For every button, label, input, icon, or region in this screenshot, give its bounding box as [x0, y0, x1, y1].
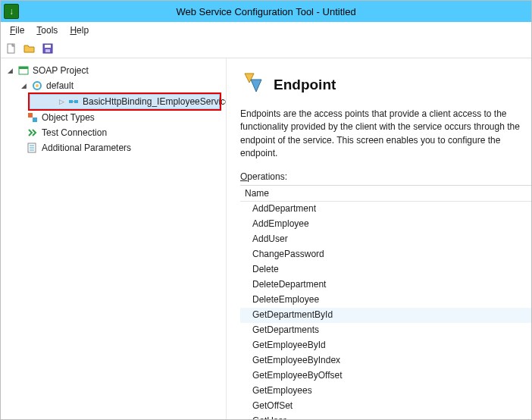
operation-row[interactable]: GetUser [240, 414, 531, 419]
tree-node-test-connection[interactable]: Test Connection [4, 125, 223, 140]
expander-spacer [14, 143, 23, 152]
svg-point-7 [36, 84, 39, 87]
operation-row[interactable]: AddUser [240, 232, 531, 247]
svg-rect-2 [45, 45, 51, 48]
operations-grid: Name AddDepartmentAddEmployeeAddUserChan… [240, 185, 531, 419]
tree-root-label: SOAP Project [33, 65, 89, 76]
new-button[interactable] [4, 41, 19, 56]
operations-name-header[interactable]: Name [240, 186, 531, 202]
tree-default-label: default [46, 80, 74, 91]
menu-help[interactable]: Help [64, 24, 95, 37]
tree-root-soap-project[interactable]: ◢ SOAP Project [4, 63, 223, 78]
svg-rect-9 [74, 100, 78, 103]
open-button[interactable] [22, 41, 37, 56]
tree-additional-params-label: Additional Parameters [42, 143, 131, 153]
operation-row[interactable]: Delete [240, 262, 531, 277]
window-title: Web Service Configuration Tool - Untitle… [1, 6, 531, 17]
main-area: ◢ SOAP Project ◢ default ▷ BasicHttpBind… [1, 58, 531, 419]
expander-icon[interactable]: ◢ [19, 81, 28, 90]
menu-bar: File Tools Help [1, 22, 531, 39]
svg-rect-5 [19, 67, 28, 69]
operation-row[interactable]: AddEmployee [240, 217, 531, 232]
save-icon [42, 42, 54, 55]
tree-node-additional-params[interactable]: Additional Parameters [4, 140, 223, 155]
svg-rect-8 [69, 100, 73, 103]
operation-row[interactable]: GetEmployeeByIndex [240, 353, 531, 368]
service-icon [31, 80, 43, 92]
operation-row[interactable]: ChangePassword [240, 247, 531, 262]
title-bar: ↓ Web Service Configuration Tool - Untit… [1, 1, 531, 22]
expander-spacer [14, 128, 23, 137]
endpoint-large-icon [240, 71, 266, 99]
save-button[interactable] [40, 41, 55, 56]
menu-file[interactable]: File [4, 24, 30, 37]
expander-icon[interactable]: ◢ [5, 66, 14, 75]
tree-node-default[interactable]: ◢ default [4, 78, 223, 93]
additional-params-icon [27, 142, 39, 154]
tree-node-object-types[interactable]: Object Types [4, 110, 223, 125]
svg-rect-12 [33, 118, 37, 122]
expander-spacer [14, 113, 23, 122]
expander-icon[interactable]: ▷ [59, 97, 64, 106]
svg-marker-18 [251, 80, 261, 92]
folder-open-icon [23, 42, 36, 55]
operation-row[interactable]: GetEmployeeById [240, 338, 531, 353]
svg-rect-3 [45, 49, 50, 52]
detail-description: Endpoints are the access points that pro… [240, 108, 531, 161]
operation-row[interactable]: GetOffSet [240, 399, 531, 414]
menu-file-rest: ile [15, 25, 24, 36]
svg-rect-11 [28, 113, 33, 118]
app-icon: ↓ [4, 4, 19, 19]
operation-row[interactable]: DeleteEmployee [240, 293, 531, 308]
tree-object-types-label: Object Types [42, 112, 95, 123]
operation-row[interactable]: GetEmployees [240, 384, 531, 399]
tree-panel: ◢ SOAP Project ◢ default ▷ BasicHttpBind… [1, 58, 227, 419]
test-connection-icon [27, 127, 39, 139]
operation-row[interactable]: GetDepartments [240, 323, 531, 338]
menu-tools[interactable]: Tools [30, 24, 64, 37]
operations-label: Operations: [240, 171, 531, 182]
endpoint-icon [67, 96, 80, 108]
new-file-icon [5, 42, 17, 55]
detail-heading: Endpoint [274, 77, 336, 93]
detail-panel: Endpoint Endpoints are the access points… [227, 58, 531, 419]
operation-row[interactable]: DeleteDepartment [240, 277, 531, 293]
operation-row[interactable]: GetDepartmentById [240, 308, 531, 323]
menu-tools-rest: ools [41, 25, 58, 36]
detail-header: Endpoint [240, 71, 531, 99]
soap-project-icon [17, 64, 30, 77]
tree-node-binding[interactable]: ▷ BasicHttpBinding_IEmployeeService [30, 94, 220, 109]
operation-row[interactable]: GetEmployeeByOffset [240, 368, 531, 384]
operations-list: AddDepartmentAddEmployeeAddUserChangePas… [240, 202, 531, 419]
toolbar [1, 39, 531, 58]
tree-test-connection-label: Test Connection [42, 127, 107, 138]
object-types-icon [27, 111, 39, 124]
menu-help-rest: elp [77, 25, 89, 36]
tree-binding-label: BasicHttpBinding_IEmployeeService [83, 96, 227, 107]
operation-row[interactable]: AddDepartment [240, 202, 531, 217]
